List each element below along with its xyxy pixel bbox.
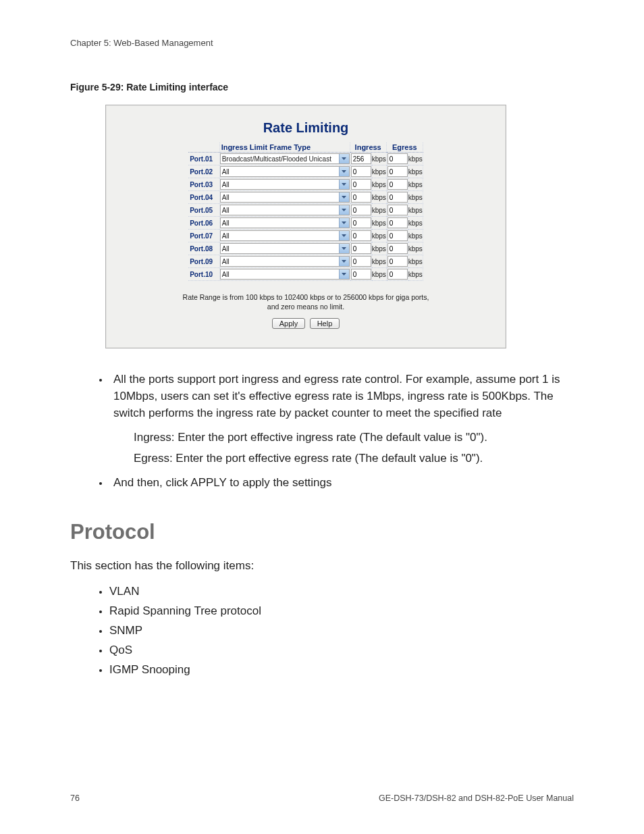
doc-title-footer: GE-DSH-73/DSH-82 and DSH-82-PoE User Man… [379, 793, 574, 803]
figure-caption: Figure 5-29: Rate Limiting interface [70, 82, 574, 93]
list-item: SNMP [109, 621, 574, 641]
kbps-label: kbps [408, 230, 423, 242]
table-row: Port.06Allkbpskbps [188, 217, 423, 230]
kbps-label: kbps [408, 191, 423, 204]
table-row: Port.03Allkbpskbps [188, 178, 423, 191]
frame-type-select[interactable]: All [220, 192, 350, 203]
kbps-label: kbps [371, 268, 386, 281]
kbps-label: kbps [371, 217, 386, 230]
kbps-label: kbps [371, 178, 386, 191]
table-row: Port.09Allkbpskbps [188, 255, 423, 268]
chapter-header: Chapter 5: Web-Based Management [70, 38, 574, 48]
frame-type-select[interactable]: All [220, 243, 350, 254]
chevron-down-icon [339, 192, 349, 202]
page-number: 76 [70, 793, 80, 803]
frame-type-select[interactable]: All [220, 230, 350, 241]
body-bullet-2: And then, click APPLY to apply the setti… [109, 475, 574, 492]
kbps-label: kbps [371, 191, 386, 204]
table-row: Port.08Allkbpskbps [188, 242, 423, 255]
port-label: Port.04 [188, 191, 219, 204]
ingress-input[interactable] [351, 179, 371, 190]
rate-note: Rate Range is from 100 kbps to 102400 kb… [126, 293, 485, 311]
egress-input[interactable] [387, 217, 408, 228]
help-button[interactable]: Help [310, 318, 340, 329]
protocol-intro: This section has the following items: [70, 559, 574, 573]
frame-type-select[interactable]: All [220, 179, 350, 190]
kbps-label: kbps [408, 268, 423, 281]
chevron-down-icon [339, 257, 349, 266]
table-row: Port.07Allkbpskbps [188, 230, 423, 242]
egress-definition: Egress: Enter the port effective egress … [134, 450, 574, 467]
ingress-input[interactable] [351, 217, 371, 228]
list-item: QoS [109, 641, 574, 660]
kbps-label: kbps [408, 255, 423, 268]
egress-input[interactable] [387, 153, 408, 164]
egress-input[interactable] [387, 243, 408, 254]
ingress-input[interactable] [351, 230, 371, 241]
body-bullet-1: All the ports support port ingress and e… [109, 371, 574, 467]
table-row: Port.10Allkbpskbps [188, 268, 423, 281]
kbps-label: kbps [408, 178, 423, 191]
ingress-input[interactable] [351, 166, 371, 177]
table-row: Port.01Broadcast/Multicast/Flooded Unica… [188, 153, 423, 165]
port-label: Port.05 [188, 204, 219, 217]
chevron-down-icon [339, 205, 349, 215]
kbps-label: kbps [371, 242, 386, 255]
frame-type-select[interactable]: All [220, 269, 350, 280]
port-label: Port.09 [188, 255, 219, 268]
list-item: VLAN [109, 582, 574, 602]
chevron-down-icon [339, 231, 349, 240]
col-frame-type: Ingress Limit Frame Type [219, 142, 350, 153]
ingress-input[interactable] [351, 205, 371, 215]
ingress-input[interactable] [351, 269, 371, 280]
egress-input[interactable] [387, 192, 408, 203]
kbps-label: kbps [371, 230, 386, 242]
kbps-label: kbps [371, 255, 386, 268]
body-bullets: All the ports support port ingress and e… [70, 371, 574, 492]
kbps-label: kbps [371, 165, 386, 178]
panel-title: Rate Limiting [126, 120, 485, 136]
chevron-down-icon [339, 244, 349, 253]
port-label: Port.01 [188, 153, 219, 165]
egress-input[interactable] [387, 230, 408, 241]
protocol-list: VLANRapid Spanning Tree protocolSNMPQoSI… [70, 582, 574, 679]
frame-type-select[interactable]: All [220, 217, 350, 228]
table-row: Port.05Allkbpskbps [188, 204, 423, 217]
kbps-label: kbps [408, 217, 423, 230]
rate-limiting-panel: Rate Limiting Ingress Limit Frame Type I… [105, 105, 506, 348]
list-item: IGMP Snooping [109, 660, 574, 680]
ingress-input[interactable] [351, 153, 371, 164]
kbps-label: kbps [408, 165, 423, 178]
chevron-down-icon [339, 180, 349, 189]
table-row: Port.04Allkbpskbps [188, 191, 423, 204]
port-label: Port.10 [188, 268, 219, 281]
chevron-down-icon [339, 218, 349, 228]
page-footer: 76 GE-DSH-73/DSH-82 and DSH-82-PoE User … [70, 793, 574, 803]
port-label: Port.06 [188, 217, 219, 230]
frame-type-select[interactable]: Broadcast/Multicast/Flooded Unicast [220, 153, 350, 164]
port-label: Port.02 [188, 165, 219, 178]
egress-input[interactable] [387, 205, 408, 215]
ingress-input[interactable] [351, 243, 371, 254]
ingress-definition: Ingress: Enter the port effective ingres… [134, 429, 574, 446]
kbps-label: kbps [408, 242, 423, 255]
frame-type-select[interactable]: All [220, 166, 350, 177]
ingress-input[interactable] [351, 192, 371, 203]
egress-input[interactable] [387, 166, 408, 177]
frame-type-select[interactable]: All [220, 256, 350, 267]
egress-input[interactable] [387, 269, 408, 280]
kbps-label: kbps [371, 204, 386, 217]
kbps-label: kbps [408, 153, 423, 165]
ingress-input[interactable] [351, 256, 371, 267]
chevron-down-icon [339, 269, 349, 279]
egress-input[interactable] [387, 256, 408, 267]
kbps-label: kbps [408, 204, 423, 217]
rate-limiting-table: Ingress Limit Frame Type Ingress Egress … [188, 142, 423, 281]
frame-type-select[interactable]: All [220, 205, 350, 215]
apply-button[interactable]: Apply [272, 318, 306, 329]
table-row: Port.02Allkbpskbps [188, 165, 423, 178]
col-ingress: Ingress [350, 142, 386, 153]
port-label: Port.03 [188, 178, 219, 191]
egress-input[interactable] [387, 179, 408, 190]
port-label: Port.08 [188, 242, 219, 255]
